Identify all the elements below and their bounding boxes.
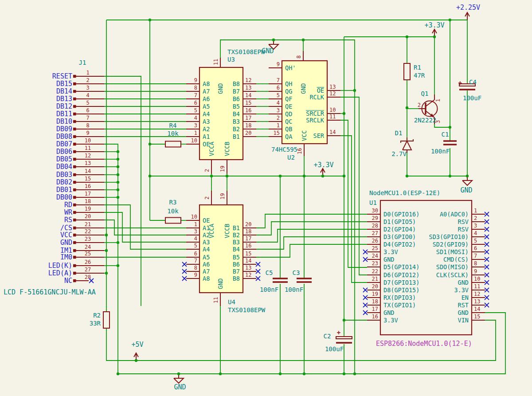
pin-number: 21 (372, 276, 378, 282)
diode-d1[interactable]: D12.7V (391, 129, 413, 157)
pin-number: 20 (245, 221, 251, 227)
pin-number: 15 (245, 100, 251, 106)
pin-name: B4 (233, 110, 240, 118)
pin-number: 3 (277, 107, 280, 114)
resistor-r3[interactable]: R310k (165, 199, 181, 223)
pin-name: QH' (285, 64, 296, 71)
pin-number: 16 (85, 183, 91, 189)
chip-u2[interactable]: 9QH'7QH6QG5QF4QE3QD2QC1QB15QA13OE12RCLK1… (269, 51, 340, 161)
capacitor-c3[interactable]: C3100nF (285, 269, 312, 293)
pin-number: 13 (85, 160, 91, 166)
pin-name: A7 (203, 268, 210, 275)
pin-number: 16 (372, 314, 378, 320)
pin-number: 14 (245, 92, 251, 98)
pin-number: 3 (194, 122, 197, 129)
pin-name: SD1(MOSI) (436, 248, 469, 255)
pin-name: QC (285, 118, 292, 125)
pin-name: VCC (301, 130, 308, 141)
pin-number: 21 (85, 221, 91, 227)
transistor-q1[interactable]: Q12N2222123 (414, 90, 441, 124)
pin-name: OE (203, 217, 210, 224)
pin-number: 19 (85, 206, 91, 212)
pin-name: B7 (233, 268, 240, 275)
resistor-value: 47R (414, 72, 425, 79)
pin-number: 9 (86, 130, 89, 136)
pin-number: 17 (245, 235, 251, 242)
gnd-label: GND (262, 47, 274, 55)
pin-number: 27 (85, 267, 91, 273)
pin-name: B2 (233, 231, 240, 239)
pin-number: 1 (474, 208, 477, 214)
pin-number: 7 (86, 115, 89, 121)
net-label-db04: DB04 (56, 163, 72, 171)
capacitor-c1[interactable]: C1100nF (431, 131, 457, 155)
chip-ref: U4 (228, 298, 235, 306)
pin-name: A3 (203, 239, 210, 246)
resistor-r2[interactable]: R233R (90, 312, 110, 328)
net-label-vcc: VCC (60, 231, 72, 239)
pin-name: SD3(GPIO10) (429, 233, 469, 240)
pin-number: 9 (194, 77, 197, 83)
net-label-db12: DB12 (56, 102, 72, 110)
net-label-db02: DB02 (56, 178, 72, 186)
power-label-3v3: +3.3V (424, 21, 444, 29)
resistor-r1[interactable]: R147R (404, 63, 425, 80)
pin-name: B3 (233, 239, 240, 246)
pin-name: A7 (203, 88, 210, 95)
pin-number: 19 (219, 166, 226, 172)
net-label-gnd: GND (60, 239, 72, 247)
pin-number: 12 (474, 291, 480, 297)
pin-name: B1 (233, 133, 240, 140)
capacitor-c4[interactable]: +C4100uF (458, 78, 482, 102)
pin-number: 8 (194, 85, 197, 91)
pin-number: 10 (474, 276, 480, 282)
pin-name: RST (458, 302, 469, 309)
pin-number: 1 (277, 122, 280, 129)
net-label-rd: RD (64, 201, 72, 209)
resistor-ref: R4 (169, 122, 177, 129)
net-label-db10: DB10 (56, 118, 72, 125)
pin-name: B6 (233, 261, 240, 268)
net-label-db15: DB15 (56, 80, 72, 88)
pin-number: 7 (194, 258, 197, 264)
pin-name: B5 (233, 254, 240, 261)
module-footprint: ESP8266:NodeMCU1.0(12-E) (376, 340, 472, 348)
pin-number: 20 (245, 130, 251, 136)
power-label-5v: +5V (131, 341, 143, 349)
pin-name: GND (383, 309, 394, 316)
resistor-ref: R3 (169, 199, 177, 206)
pin-name: B5 (233, 103, 240, 110)
pin-number: 5 (86, 100, 89, 106)
pin-number: 28 (372, 223, 378, 229)
connector-j1[interactable]: J11RESET2DB153DB144DB135DB126DB117DB108D… (4, 59, 104, 296)
capacitor-value: 100nF (431, 148, 450, 155)
plus-sign: + (337, 329, 340, 336)
pin-number: 5 (474, 238, 477, 244)
net-label-db11: DB11 (56, 110, 72, 118)
pin-number: 7 (194, 92, 197, 98)
pin-name: QH (285, 80, 292, 87)
capacitor-c2[interactable]: +C2100uF (324, 329, 352, 353)
gnd-label: GND (460, 186, 472, 194)
pin-name: RSV (458, 218, 469, 225)
resistor-r4[interactable]: R410k (165, 122, 181, 147)
pin-name: SDO(MISO) (436, 263, 469, 271)
pin-name: A1 (203, 133, 210, 140)
capacitor-ref: C3 (293, 269, 300, 276)
pin-name: QE (285, 103, 292, 110)
pin-name: B8 (233, 275, 240, 282)
net-label-led(k): LED(K) (48, 262, 72, 270)
pin-number: 18 (85, 198, 91, 204)
pin-number: 17 (245, 115, 251, 121)
transistor-value: 2N2222 (414, 117, 437, 124)
pin-number: 2 (204, 196, 210, 200)
chip-u3[interactable]: 9A88A77A66A55A44A33A21A110OE12B813B714B6… (186, 48, 265, 174)
capacitor-c5[interactable]: C5100nF (260, 269, 288, 293)
chip-u4[interactable]: 10OE1A13A24A35A46A57A68A79A820B118B217B3… (182, 191, 266, 314)
net-label-db13: DB13 (56, 95, 72, 103)
module-u1[interactable]: 30D0(GPIO16)29D1(GPIO5)28D2(GPIO4)27D3(G… (363, 189, 489, 348)
capacitor-value: 100uF (325, 345, 344, 353)
resistor-ref: R2 (93, 312, 101, 319)
pin-name: A5 (203, 254, 210, 261)
pin-number: 20 (372, 283, 378, 290)
